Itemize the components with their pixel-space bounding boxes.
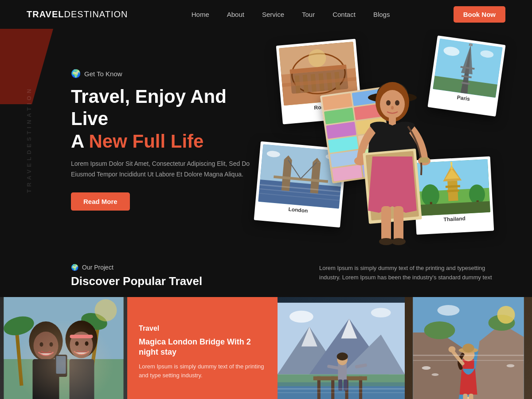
svg-point-58 [391,106,394,110]
svg-point-82 [75,341,79,346]
svg-point-75 [29,321,63,361]
svg-point-113 [289,311,313,323]
svg-rect-135 [413,360,524,361]
svg-rect-59 [389,117,396,125]
svg-point-81 [70,332,93,358]
svg-rect-68 [420,157,429,163]
svg-point-56 [386,100,391,106]
our-project-label: 🌍 Our Project [71,264,202,271]
svg-point-78 [50,342,53,347]
svg-rect-128 [469,394,473,399]
nav-item-about[interactable]: About [227,11,244,19]
svg-point-66 [379,238,393,245]
hero-title-plain: A [71,131,89,152]
svg-point-137 [438,305,460,316]
featured-title: Magica London Bridge With 2 night stay [139,337,266,358]
discover-title: Discover Popular Travel [71,274,202,288]
hero-description: Lorem Ipsum Dolor Sit Amet, Consectetur … [71,159,257,180]
svg-rect-85 [70,359,94,399]
hero-title-line1: Travel, Enjoy And Live [71,86,227,129]
featured-tag: Travel [139,325,266,332]
woman-figure [335,55,450,250]
svg-point-67 [391,238,406,245]
hero-images-area: Rome [257,33,505,250]
svg-point-132 [432,373,439,376]
svg-point-76 [34,332,59,360]
nav-item-blogs[interactable]: Blogs [373,11,390,19]
svg-point-114 [371,308,391,318]
svg-point-126 [449,346,456,352]
nav-item-tour[interactable]: Tour [302,11,315,19]
svg-rect-111 [278,388,405,390]
discover-left: 🌍 Our Project Discover Popular Travel [71,264,202,288]
svg-point-83 [85,341,89,346]
discover-section: 🌍 Our Project Discover Popular Travel Lo… [0,250,532,399]
svg-rect-134 [413,355,524,356]
hero-title-highlight: New Full Life [89,131,203,152]
navbar: TRAVELDESTINATION Home About Service Tou… [0,0,532,29]
svg-point-125 [463,344,474,352]
svg-point-88 [95,299,117,321]
featured-desc: Lorem Ipsum is simply dummy text of the … [139,362,266,381]
our-project-text: Our Project [82,264,113,271]
logo-travel: TRAVEL [27,9,64,19]
svg-point-106 [337,352,348,360]
svg-point-80 [66,321,98,358]
svg-rect-65 [394,206,403,242]
svg-rect-84 [70,335,93,338]
read-more-button[interactable]: Read More [71,192,130,211]
globe-icon: 🌍 [71,69,81,78]
mountain-card [278,297,405,399]
book-now-button[interactable]: Book Now [454,6,505,23]
discover-header: 🌍 Our Project Discover Popular Travel Lo… [71,264,505,288]
svg-point-57 [395,100,399,106]
selfie-card [0,297,127,399]
nav-item-contact[interactable]: Contact [332,11,356,19]
svg-rect-72 [88,319,101,386]
svg-point-120 [424,321,455,339]
get-to-know-label: 🌍 Get To Know [71,69,257,78]
svg-rect-127 [463,394,468,399]
hero-section: TRAVELDESTINATION 🌍 Get To Know Travel, … [0,29,532,250]
nav-item-home[interactable]: Home [192,11,209,19]
globe-icon-2: 🌍 [71,264,78,271]
nav-item-service[interactable]: Service [262,11,284,19]
nav-links: Home About Service Tour Contact Blogs [192,11,390,19]
svg-point-55 [380,90,405,118]
hero-title: Travel, Enjoy And Live A New Full Life [71,86,257,153]
svg-rect-64 [381,206,391,242]
svg-rect-112 [278,392,405,393]
get-to-know-text: Get To Know [84,70,122,78]
svg-point-131 [422,366,431,370]
logo-dest: DESTINATION [64,9,128,19]
beach-card [405,297,532,399]
travel-cards-row: Travel Magica London Bridge With 2 night… [0,297,532,399]
svg-rect-86 [55,355,67,377]
svg-point-77 [40,342,43,347]
featured-travel-card: Travel Magica London Bridge With 2 night… [127,297,278,399]
svg-rect-79 [33,359,59,399]
sidebar-brand-text: TRAVELDESTINATION [26,86,32,193]
discover-description: Lorem Ipsum is simply dummy text of the … [319,264,505,282]
svg-rect-71 [14,324,23,386]
hero-content: 🌍 Get To Know Travel, Enjoy And Live A N… [71,69,257,211]
svg-point-133 [507,364,515,368]
svg-point-136 [497,306,515,324]
svg-rect-46 [450,162,452,165]
svg-rect-87 [56,356,66,374]
logo: TRAVELDESTINATION [27,9,128,20]
